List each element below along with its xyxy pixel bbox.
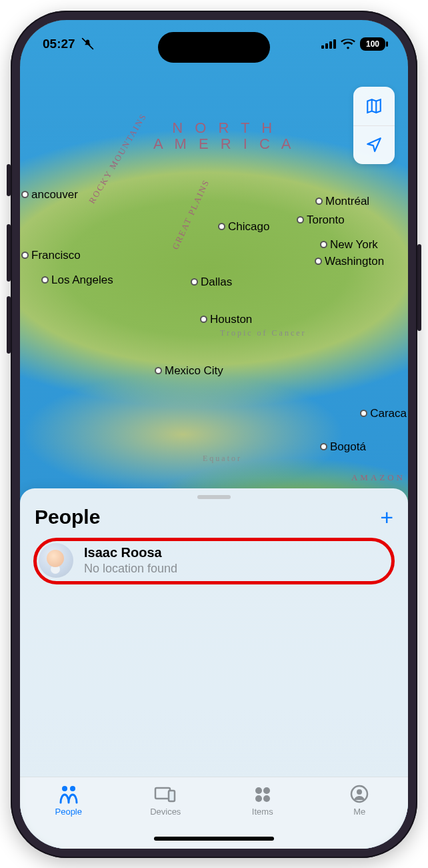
people-icon bbox=[57, 784, 80, 804]
map-mode-button[interactable] bbox=[353, 87, 395, 125]
plus-icon: + bbox=[380, 504, 393, 530]
continent-line2: A M E R I C A bbox=[153, 135, 295, 152]
map-icon bbox=[365, 97, 383, 115]
people-sheet: People + Isaac Roosa No location found P… bbox=[20, 488, 408, 849]
tropic-line-label: Tropic of Cancer bbox=[220, 328, 307, 338]
city-houston: Houston bbox=[200, 313, 252, 326]
volume-down-button bbox=[7, 296, 11, 354]
items-icon bbox=[251, 784, 274, 804]
svg-point-9 bbox=[357, 789, 362, 795]
silent-mode-icon bbox=[81, 37, 95, 51]
add-person-button[interactable]: + bbox=[380, 506, 393, 528]
terrain-amazon: AMAZON bbox=[351, 472, 405, 483]
status-time: 05:27 bbox=[43, 37, 75, 51]
person-name: Isaac Roosa bbox=[84, 545, 177, 560]
location-arrow-icon bbox=[365, 136, 383, 153]
tab-label: Me bbox=[353, 807, 365, 817]
svg-point-0 bbox=[62, 786, 67, 791]
battery-indicator: 100 bbox=[360, 37, 385, 51]
avatar bbox=[39, 543, 73, 578]
tab-me[interactable]: Me bbox=[311, 784, 409, 817]
svg-point-1 bbox=[70, 786, 75, 791]
volume-up-button bbox=[7, 224, 11, 282]
person-row-isaac-roosa[interactable]: Isaac Roosa No location found bbox=[29, 538, 399, 584]
svg-point-7 bbox=[263, 795, 270, 802]
city-toronto: Toronto bbox=[297, 213, 345, 227]
tab-devices[interactable]: Devices bbox=[117, 784, 215, 817]
cellular-signal-icon bbox=[321, 39, 336, 49]
tab-label: Items bbox=[252, 807, 273, 817]
svg-point-6 bbox=[255, 795, 262, 802]
terrain-rocky: ROCKY MOUNTAINS bbox=[87, 111, 149, 205]
city-francisco: Francisco bbox=[21, 249, 81, 262]
phone-frame: 05:27 100 N O R T H bbox=[11, 11, 417, 858]
power-button bbox=[417, 244, 421, 331]
city-new-york: New York bbox=[320, 238, 378, 252]
tab-label: Devices bbox=[150, 807, 181, 817]
city-mexico-city: Mexico City bbox=[155, 364, 223, 378]
continent-line1: N O R T H bbox=[172, 119, 276, 136]
city-vancouver: ancouver bbox=[21, 188, 78, 201]
devices-icon bbox=[154, 784, 177, 804]
person-subtitle: No location found bbox=[84, 562, 177, 576]
sheet-grabber[interactable] bbox=[197, 495, 231, 499]
svg-point-4 bbox=[255, 787, 262, 794]
tab-items[interactable]: Items bbox=[214, 784, 311, 817]
svg-point-5 bbox=[263, 787, 270, 794]
svg-rect-3 bbox=[169, 791, 175, 801]
wifi-icon bbox=[341, 39, 355, 49]
tab-label: People bbox=[55, 807, 82, 817]
home-indicator[interactable] bbox=[154, 837, 274, 841]
city-chicago: Chicago bbox=[218, 220, 269, 234]
equator-line-label: Equator bbox=[203, 454, 242, 464]
map-controls bbox=[353, 87, 395, 164]
me-icon bbox=[348, 784, 371, 804]
city-los-angeles: Los Angeles bbox=[41, 274, 113, 287]
sheet-title: People bbox=[35, 506, 100, 528]
dynamic-island bbox=[158, 32, 270, 63]
city-bogota: Bogotá bbox=[320, 440, 366, 454]
locate-me-button[interactable] bbox=[353, 125, 395, 164]
screen: 05:27 100 N O R T H bbox=[20, 20, 408, 849]
map-continent-label: N O R T H A M E R I C A bbox=[153, 120, 295, 152]
city-dallas: Dallas bbox=[191, 276, 232, 289]
tab-people[interactable]: People bbox=[20, 784, 117, 817]
mute-switch bbox=[7, 164, 11, 196]
city-caracas: Caraca bbox=[360, 407, 407, 420]
terrain-plains: GREAT PLAINS bbox=[170, 177, 212, 251]
city-montreal: Montréal bbox=[315, 195, 369, 208]
city-washington: Washington bbox=[315, 255, 384, 268]
svg-rect-2 bbox=[155, 788, 170, 799]
